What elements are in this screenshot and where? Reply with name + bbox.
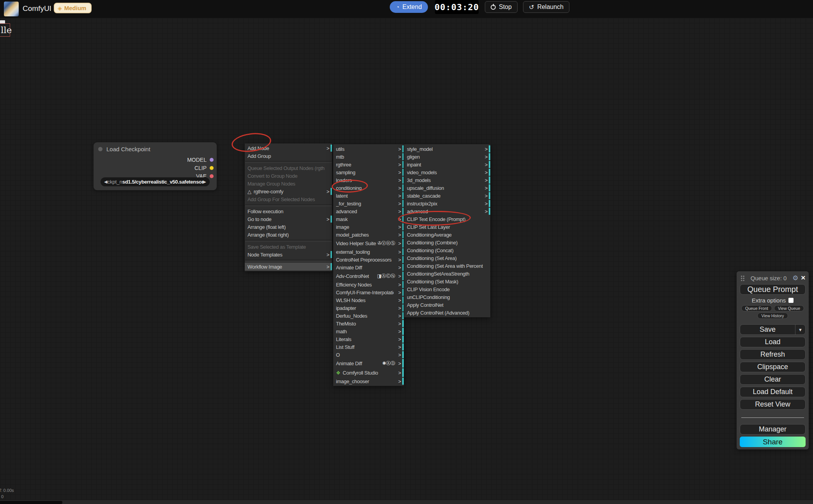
bottom-scroll-bar[interactable] xyxy=(0,501,62,504)
queue-prompt-button[interactable]: Queue Prompt xyxy=(740,284,806,295)
menu-item[interactable] xyxy=(245,240,332,242)
menu-item[interactable]: upscale_diffusion > xyxy=(404,184,490,192)
menu-item[interactable]: Add Node > xyxy=(245,144,332,152)
ckpt-name-widget[interactable]: ◀ ckpt_nsd1.5/cyberrealistic_v50.safeten… xyxy=(101,177,210,186)
menu-item[interactable]: image_chooser > xyxy=(333,377,404,385)
menu-item[interactable]: Conditioning (Set Mask) xyxy=(404,278,490,285)
sidebar-button[interactable]: Reset View xyxy=(740,399,806,410)
menu-item[interactable]: Animate Diff ✺ⒶⒹ > xyxy=(333,359,404,368)
menu-item[interactable]: CLIP Set Last Layer xyxy=(404,223,490,231)
menu-item[interactable]: loaders > xyxy=(333,176,404,184)
menu-item[interactable]: utils > xyxy=(333,145,404,153)
menu-item[interactable]: Convert to Group Node xyxy=(245,172,332,180)
relaunch-button[interactable]: ↺ Relaunch xyxy=(523,1,569,13)
menu-item[interactable]: Node Templates > xyxy=(245,251,332,258)
save-button[interactable]: Save ▼ xyxy=(740,324,806,335)
menu-item[interactable]: unCLIPConditioning xyxy=(404,293,490,301)
menu-item[interactable]: video_models > xyxy=(404,168,490,176)
menu-item[interactable]: CLIP Text Encode (Prompt) xyxy=(404,215,490,223)
menu-item[interactable]: image > xyxy=(333,223,404,231)
output-port[interactable] xyxy=(210,174,214,178)
next-arrow-icon[interactable]: ▶ xyxy=(203,179,206,184)
menu-item[interactable]: ❖ Comfyroll Studio > xyxy=(333,368,404,377)
menu-item[interactable]: Conditioning (Set Area) xyxy=(404,254,490,262)
menu-item[interactable]: instructpix2pix > xyxy=(404,200,490,207)
output-port[interactable] xyxy=(210,158,214,162)
menu-item[interactable]: mask > xyxy=(333,215,404,223)
menu-item[interactable]: Arrange (float left) xyxy=(245,223,332,231)
sidebar-button[interactable]: Load Default xyxy=(740,387,806,397)
menu-item[interactable]: Conditioning (Concat) xyxy=(404,246,490,254)
menu-item[interactable]: mtb > xyxy=(333,153,404,161)
menu-item[interactable]: latent > xyxy=(333,192,404,200)
menu-item[interactable]: style_model > xyxy=(404,145,490,153)
sidebar-button[interactable]: Load xyxy=(740,337,806,347)
manager-button[interactable]: Manager xyxy=(740,424,806,435)
node-collapse-dot[interactable] xyxy=(98,147,103,151)
menu-item[interactable]: Conditioning (Set Area with Percentage) xyxy=(404,262,490,270)
sidebar-button[interactable]: Clear xyxy=(740,374,806,385)
menu-item[interactable]: inpaint > xyxy=(404,161,490,168)
sidebar-button[interactable]: Clipspace xyxy=(740,362,806,372)
menu-item[interactable] xyxy=(245,260,332,262)
queue-front-button[interactable]: Queue Front xyxy=(741,305,772,311)
save-dropdown-icon[interactable]: ▼ xyxy=(795,325,805,334)
prev-arrow-icon[interactable]: ◀ xyxy=(104,179,107,184)
menu-item[interactable]: external_tooling > xyxy=(333,248,404,256)
menu-item[interactable]: rgthree > xyxy=(333,161,404,168)
view-history-button[interactable]: View History xyxy=(757,313,788,319)
menu-item[interactable]: _for_testing > xyxy=(333,200,404,207)
menu-item[interactable]: △ rgthree-comfy > xyxy=(245,187,332,195)
menu-item[interactable]: Save Selected as Template xyxy=(245,243,332,251)
menu-item[interactable]: Apply ControlNet (Advanced) xyxy=(404,309,490,317)
menu-item[interactable]: Queue Selected Output Nodes (rgthree) xyxy=(245,164,332,172)
menu-item[interactable]: Video Helper Suite ✇ⓋⒽⓈ > xyxy=(333,239,404,248)
menu-item[interactable]: Follow execution xyxy=(245,207,332,215)
drag-handle-icon[interactable] xyxy=(741,275,745,281)
menu-item[interactable]: ControlNet Preprocessors > xyxy=(333,256,404,263)
menu-item[interactable]: math > xyxy=(333,327,404,335)
menu-item[interactable]: Go to node > xyxy=(245,215,332,223)
menu-item[interactable]: Derfuu_Nodes > xyxy=(333,312,404,320)
load-checkpoint-node[interactable]: Load Checkpoint MODEL CLIP VAE xyxy=(94,142,217,190)
menu-item[interactable]: ConditioningSetAreaStrength xyxy=(404,270,490,278)
avatar[interactable] xyxy=(4,2,19,16)
menu-item[interactable]: advanced > xyxy=(404,207,490,215)
menu-item[interactable]: TheMisto > xyxy=(333,320,404,327)
menu-item[interactable] xyxy=(245,161,332,163)
sidebar-button[interactable]: Refresh xyxy=(740,349,806,360)
menu-item[interactable]: CLIP Vision Encode xyxy=(404,285,490,293)
menu-item[interactable]: stable_cascade > xyxy=(404,192,490,200)
menu-item[interactable]: sampling > xyxy=(333,168,404,176)
menu-item[interactable]: Conditioning (Combine) xyxy=(404,239,490,246)
menu-item[interactable]: model_patches > xyxy=(333,231,404,239)
menu-item[interactable]: advanced > xyxy=(333,207,404,215)
stop-button[interactable]: Stop xyxy=(485,1,518,13)
extra-options-checkbox[interactable] xyxy=(788,298,794,303)
output-port[interactable] xyxy=(210,166,214,170)
share-button[interactable]: Share xyxy=(740,437,806,447)
menu-item[interactable]: Animate Diff > xyxy=(333,263,404,271)
menu-item[interactable]: conditioning > xyxy=(333,184,404,192)
menu-item[interactable]: O > xyxy=(333,351,404,359)
menu-item[interactable]: gligen > xyxy=(404,153,490,161)
menu-item[interactable]: ipadapter > xyxy=(333,304,404,312)
close-icon[interactable]: ✕ xyxy=(801,274,806,281)
menu-item[interactable]: Efficiency Nodes > xyxy=(333,281,404,288)
menu-item[interactable]: List Stuff > xyxy=(333,343,404,351)
menu-item[interactable]: ConditioningAverage xyxy=(404,231,490,239)
save-label[interactable]: Save xyxy=(740,325,795,334)
menu-item[interactable]: ComfyUI-Frame-Interpolation > xyxy=(333,288,404,296)
gear-icon[interactable]: ⚙ xyxy=(792,274,798,282)
menu-item[interactable]: WLSH Nodes > xyxy=(333,296,404,304)
view-queue-button[interactable]: View Queue xyxy=(774,305,804,311)
menu-item[interactable]: Arrange (float right) xyxy=(245,231,332,239)
menu-item[interactable] xyxy=(245,204,332,206)
graph-canvas[interactable]: lle T: 0.00s : 0 Load Checkpoint MODEL C… xyxy=(0,18,813,500)
menu-item[interactable]: Workflow Image > xyxy=(245,263,332,271)
menu-item[interactable]: Literals > xyxy=(333,335,404,343)
menu-item[interactable]: Manage Group Nodes xyxy=(245,180,332,187)
menu-item[interactable]: Apply ControlNet xyxy=(404,301,490,309)
node-header[interactable]: Load Checkpoint xyxy=(94,142,217,155)
extend-button[interactable]: ◔ Extend xyxy=(390,1,428,13)
